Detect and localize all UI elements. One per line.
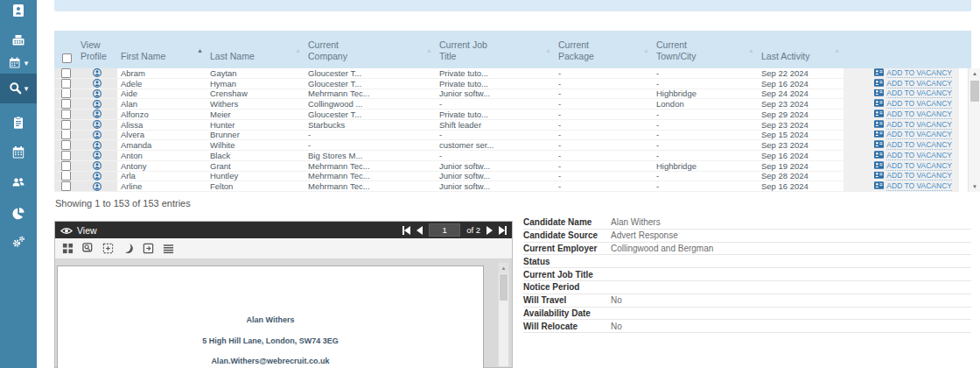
column-header-current-town-city[interactable]: Current Town/City▲ <box>653 31 758 68</box>
view-profile-icon[interactable] <box>77 120 117 130</box>
row-checkbox[interactable] <box>61 181 71 191</box>
row-checkbox[interactable] <box>61 99 71 109</box>
add-to-vacancy-button[interactable]: ADD TO VACANCY <box>844 161 959 171</box>
table-row[interactable]: AdeleHymanGloucester T...Private tuto...… <box>54 79 959 89</box>
cell-current-job-title: - <box>436 99 555 109</box>
add-to-vacancy-button[interactable]: ADD TO VACANCY <box>844 79 959 88</box>
viewer-scrollbar[interactable]: ▲ <box>498 262 509 367</box>
sidebar-item-contacts[interactable] <box>0 0 37 25</box>
thumbnails-grid-icon[interactable] <box>62 243 74 254</box>
previous-page-button[interactable] <box>416 226 423 235</box>
row-checkbox[interactable] <box>61 110 71 119</box>
sidebar-item-settings[interactable] <box>0 228 37 256</box>
add-to-vacancy-button[interactable]: ADD TO VACANCY <box>844 172 959 181</box>
row-checkbox[interactable] <box>61 172 71 181</box>
row-checkbox[interactable] <box>61 151 71 160</box>
document-page: Alan Withers 5 High Hill Lane, London, S… <box>57 265 484 368</box>
add-to-vacancy-button[interactable]: ADD TO VACANCY <box>844 68 959 78</box>
add-to-vacancy-button[interactable]: ADD TO VACANCY <box>844 151 959 160</box>
column-header-last-activity[interactable]: Last Activity▲ <box>758 31 844 68</box>
cell-current-town-city: - <box>653 172 758 181</box>
table-row[interactable]: AlveraBrunner----Sep 15 2024ADD TO VACAN… <box>54 131 959 141</box>
table-row[interactable]: AlanWithersCollingwood ...--LondonSep 23… <box>54 99 959 110</box>
id-card-icon <box>874 161 884 171</box>
view-profile-icon[interactable] <box>77 68 117 78</box>
add-to-vacancy-button[interactable]: ADD TO VACANCY <box>844 99 959 109</box>
add-to-vacancy-button[interactable]: ADD TO VACANCY <box>844 110 959 119</box>
row-checkbox[interactable] <box>61 131 71 140</box>
scroll-up-icon[interactable]: ▲ <box>969 68 980 79</box>
sidebar-item-calendar[interactable] <box>0 138 37 166</box>
table-row[interactable]: AlissaHunterStarbucksShift leader--Sep 2… <box>54 120 959 131</box>
id-card-icon <box>874 99 884 109</box>
cell-current-town-city: - <box>653 131 758 140</box>
row-checkbox[interactable] <box>61 89 71 99</box>
table-row[interactable]: AmandaWilhite-customer ser...--Sep 23 20… <box>54 140 959 151</box>
sort-icon[interactable]: ▲ <box>748 46 754 53</box>
text-view-icon[interactable] <box>163 243 174 254</box>
sort-icon[interactable]: ▲ <box>643 46 649 53</box>
table-row[interactable]: AntonBlackBig Stores M...---Sep 16 2024A… <box>54 151 959 161</box>
sort-icon[interactable]: ▲ <box>295 46 301 53</box>
sort-icon[interactable]: ▲ <box>426 46 432 53</box>
add-to-vacancy-button[interactable]: ADD TO VACANCY <box>844 120 959 130</box>
view-profile-icon[interactable] <box>77 89 117 99</box>
next-page-button[interactable] <box>486 226 493 235</box>
cell-current-company: Mehrmann Tec... <box>304 181 436 191</box>
detail-label: Will Travel <box>523 295 611 305</box>
first-page-button[interactable] <box>402 226 410 235</box>
page-number-input[interactable]: 1 <box>429 223 460 237</box>
sidebar-item-tasks[interactable] <box>0 109 37 137</box>
view-profile-icon[interactable] <box>77 131 117 140</box>
row-checkbox[interactable] <box>61 161 71 171</box>
view-profile-icon[interactable] <box>77 181 117 191</box>
scrollbar-thumb[interactable] <box>970 81 979 102</box>
viewer-scrollbar-thumb[interactable] <box>500 274 508 301</box>
zoom-annotate-icon[interactable] <box>82 243 94 254</box>
column-header-last-name[interactable]: Last Name▲ <box>206 31 304 68</box>
column-header-current-job-title[interactable]: Current Job Title▲ <box>436 31 555 68</box>
add-to-vacancy-button[interactable]: ADD TO VACANCY <box>844 140 959 150</box>
view-profile-icon[interactable] <box>77 99 117 109</box>
sort-asc-icon[interactable]: ▲ <box>197 46 203 53</box>
row-checkbox[interactable] <box>61 79 71 88</box>
cell-current-job-title: Shift leader <box>436 120 555 130</box>
view-profile-icon[interactable] <box>77 79 117 88</box>
sidebar-item-reports[interactable] <box>0 200 37 228</box>
table-row[interactable]: AlfonzoMeierGloucester T...Private tuto.… <box>54 110 959 120</box>
row-checkbox[interactable] <box>61 140 71 150</box>
sort-icon[interactable]: ▲ <box>545 46 551 53</box>
column-header-first-name[interactable]: First Name▲ <box>117 31 206 68</box>
table-scrollbar[interactable]: ▲ ▼ <box>968 68 980 192</box>
sort-icon[interactable]: ▲ <box>834 46 840 53</box>
view-profile-icon[interactable] <box>77 110 117 119</box>
view-profile-icon[interactable] <box>77 161 117 171</box>
table-row[interactable]: AntonyGrantMehrmann Tec...Junior softw..… <box>54 161 959 172</box>
fit-selection-icon[interactable] <box>102 243 114 254</box>
row-checkbox[interactable] <box>61 68 71 78</box>
table-row[interactable]: ArlineFeltonMehrmann Tec...Junior softw.… <box>54 181 959 192</box>
view-profile-icon[interactable] <box>77 140 117 150</box>
table-row[interactable]: ArlaHuntleyMehrmann Tec...Junior softw..… <box>54 172 959 182</box>
sidebar-item-search-active[interactable]: ▾ <box>0 74 37 103</box>
view-profile-icon[interactable] <box>77 151 117 160</box>
scroll-down-icon[interactable]: ▼ <box>969 181 980 192</box>
cell-last-name: Huntley <box>206 172 304 181</box>
table-row[interactable]: AideCrenshawMehrmann Tec...Junior softw.… <box>54 89 959 100</box>
column-header-current-company[interactable]: Current Company▲ <box>304 31 436 68</box>
add-to-vacancy-button[interactable]: ADD TO VACANCY <box>844 131 959 140</box>
add-to-vacancy-button[interactable]: ADD TO VACANCY <box>844 181 959 191</box>
last-page-button[interactable] <box>499 226 507 235</box>
view-profile-icon[interactable] <box>77 172 117 181</box>
export-page-icon[interactable] <box>143 243 154 254</box>
viewer-scroll-up-icon[interactable]: ▲ <box>499 263 508 273</box>
select-all-checkbox[interactable] <box>62 53 72 63</box>
cell-last-activity: Sep 28 2024 <box>758 172 844 181</box>
row-checkbox[interactable] <box>61 120 71 130</box>
document-email: Alan.Withers@webrecruit.co.uk <box>58 357 483 365</box>
add-to-vacancy-button[interactable]: ADD TO VACANCY <box>844 89 959 99</box>
sidebar-item-candidates[interactable] <box>0 168 37 196</box>
column-header-current-package[interactable]: Current Package▲ <box>555 31 653 68</box>
rotate-icon[interactable] <box>122 243 134 254</box>
table-row[interactable]: AbramGaytanGloucester T...Private tuto..… <box>54 68 959 79</box>
